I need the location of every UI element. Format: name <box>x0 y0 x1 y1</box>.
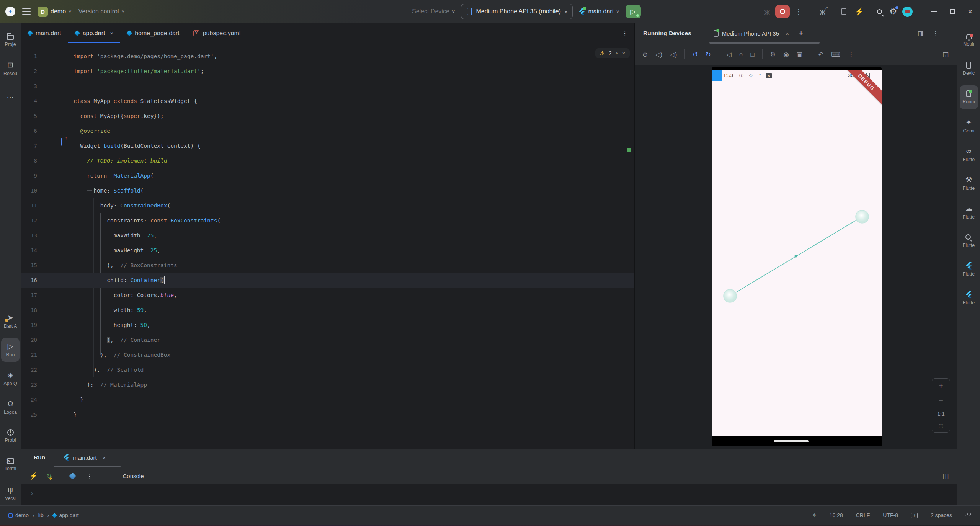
sidebar-item-dart-analysis[interactable]: ➤Dart A <box>1 309 20 333</box>
breadcrumb-folder[interactable]: lib <box>38 512 44 518</box>
file-encoding[interactable]: UTF-8 <box>883 512 898 518</box>
code-line[interactable]: 25} <box>21 407 634 422</box>
tab-list-icon[interactable]: ⋮ <box>615 29 634 38</box>
tab-main-dart[interactable]: main.dart <box>21 23 68 43</box>
prev-warning-icon[interactable]: ˄ <box>616 51 619 56</box>
next-warning-icon[interactable]: ˅ <box>622 51 625 56</box>
home-pill[interactable] <box>774 440 809 442</box>
device-tab[interactable]: Medium Phone API 35 × <box>714 23 789 44</box>
sidebar-item-app-quality[interactable]: ◈App Q <box>1 367 20 390</box>
code-line[interactable]: 5 const MyApp({super.key}); <box>21 109 634 124</box>
code-line[interactable]: 20 ), // Container <box>21 333 634 348</box>
run-button[interactable]: ▷ <box>626 5 641 18</box>
run-configuration[interactable]: main.dart ˅ <box>579 8 619 15</box>
inspections-widget[interactable]: ⚠ 2 ˄ ˅ <box>595 48 630 58</box>
more-icon[interactable]: ⋮ <box>86 472 93 480</box>
code-line[interactable]: 13 maxWidth: 25, <box>21 228 634 243</box>
code-line[interactable]: 18 width: 59, <box>21 303 634 318</box>
sidebar-item-running-devices[interactable]: Runni <box>960 85 978 109</box>
tab-pubspec-yaml[interactable]: Ypubspec.yaml <box>186 23 248 43</box>
hot-restart-icon[interactable]: ↻ <box>46 473 51 479</box>
console-label[interactable]: Console <box>122 473 144 479</box>
more-icon[interactable]: ⋮ <box>932 29 939 38</box>
code-line[interactable]: 4class MyApp extends StatelessWidget { <box>21 94 634 109</box>
sidebar-item-flutter-property-editor[interactable]: Flutte <box>960 286 978 310</box>
run-tab-main-dart[interactable]: main.dart × <box>64 454 106 461</box>
window-minimize-button[interactable] <box>927 0 941 23</box>
sidebar-item-notifications[interactable]: Notifi <box>960 28 978 52</box>
screen-record-icon[interactable]: ▣ <box>797 51 803 58</box>
code-line[interactable]: 6 @override <box>21 124 634 139</box>
code-line[interactable]: 12 constraints: const BoxConstraints( <box>21 213 634 228</box>
stop-button[interactable] <box>775 5 790 18</box>
sidebar-item-device-manager[interactable]: Devic <box>960 57 978 80</box>
sidebar-item-flutter-performance[interactable]: ∞Flutte <box>960 143 978 167</box>
code-line[interactable]: 7 Widget build(BuildContext context) { <box>21 139 634 154</box>
code-line[interactable]: 19 height: 50, <box>21 318 634 333</box>
rotate-right-icon[interactable]: ↻ <box>706 51 711 58</box>
device-settings-icon[interactable]: ⚙ <box>770 51 776 58</box>
hide-icon[interactable]: − <box>947 29 951 38</box>
layout-settings-icon[interactable]: ◫ <box>942 472 949 480</box>
add-device-tab-button[interactable]: + <box>799 29 804 38</box>
sidebar-item-gemini[interactable]: ✦Gemi <box>960 114 978 138</box>
device-mirror-icon[interactable] <box>841 8 846 15</box>
code-line[interactable]: 8 // TODO: implement build <box>21 154 634 168</box>
user-avatar[interactable] <box>902 7 913 17</box>
code-line[interactable]: 17 color: Colors.blue, <box>21 288 634 303</box>
project-widget[interactable]: D demo ˅ <box>38 7 72 17</box>
attach-debugger-icon[interactable]: ж↗ <box>820 8 825 16</box>
volume-down-icon[interactable]: ◁) <box>670 51 677 58</box>
power-icon[interactable]: ⊙ <box>642 51 648 58</box>
volume-up-icon[interactable]: ◁) <box>655 51 662 58</box>
sidebar-item-version-control[interactable]: ψVersi <box>1 482 20 505</box>
cursor-position[interactable]: 16:28 <box>830 512 843 518</box>
zoom-in-button[interactable]: + <box>939 382 943 390</box>
sidebar-item-terminal[interactable]: >_Termi <box>1 453 20 477</box>
tab-home-page-dart[interactable]: home_page.dart <box>120 23 186 43</box>
screenshot-icon[interactable]: ◉ <box>783 51 789 58</box>
close-icon[interactable]: × <box>786 30 789 37</box>
search-everywhere-icon[interactable] <box>877 9 882 14</box>
sidebar-item-flutter-tools[interactable]: ⚒Flutte <box>960 172 978 195</box>
console-output[interactable]: › <box>21 484 957 506</box>
snapshots-icon[interactable]: ↶ <box>818 51 823 58</box>
code-editor[interactable]: 1import 'package:demo/pages/home_page.da… <box>21 44 634 449</box>
code-line[interactable]: 2import 'package:flutter/material.dart'; <box>21 64 634 79</box>
select-device-dropdown[interactable]: Select Device ˅ <box>412 8 455 15</box>
ai-assistant-status-icon[interactable]: ⌖ <box>813 511 817 519</box>
sidebar-item-project[interactable]: Proje <box>1 28 20 52</box>
emulator-screen[interactable]: 1:53 A 3G ⓘ◇ᵜ DEBUG <box>712 70 882 436</box>
emulator-device[interactable]: 1:53 A 3G ⓘ◇ᵜ DEBUG <box>712 67 882 446</box>
layout-icon[interactable]: ◨ <box>918 29 924 38</box>
sidebar-item-resource-manager[interactable]: ⊡Resou <box>1 57 20 80</box>
code-line[interactable]: 16 child: Container( <box>21 273 634 288</box>
sidebar-item-more[interactable]: ⋯ <box>1 85 20 109</box>
sidebar-item-problems[interactable]: !Probl <box>1 424 20 448</box>
readonly-toggle-icon[interactable] <box>965 513 970 518</box>
inspections-widget-icon[interactable]: ! <box>911 513 918 518</box>
close-icon[interactable]: × <box>110 30 113 36</box>
sidebar-item-run[interactable]: ▷Run <box>1 338 20 362</box>
breadcrumb-file[interactable]: app.dart <box>53 512 78 518</box>
overview-icon[interactable]: □ <box>751 51 755 58</box>
hot-reload-icon[interactable]: ⚡ <box>29 473 38 479</box>
sidebar-item-logcat[interactable]: ΩLogca <box>1 395 20 419</box>
code-line[interactable]: 9 return MaterialApp( <box>21 168 634 183</box>
sidebar-item-flutter-outline[interactable]: Flutte <box>960 258 978 281</box>
code-line[interactable]: 23 ); // MaterialApp <box>21 377 634 392</box>
zoom-reset-button[interactable]: 1:1 <box>938 412 945 417</box>
tab-app-dart[interactable]: app.dart× <box>68 23 120 43</box>
code-line[interactable]: 3 <box>21 79 634 94</box>
indent-style[interactable]: 2 spaces <box>931 512 952 518</box>
line-separator[interactable]: CRLF <box>856 512 870 518</box>
code-line[interactable]: 10 home: Scaffold( <box>21 183 634 198</box>
code-line[interactable]: 24 } <box>21 392 634 407</box>
zoom-fit-button[interactable]: ⛶ <box>939 423 943 429</box>
hot-reload-icon[interactable]: ⚡ <box>855 8 864 15</box>
code-line[interactable]: 21 ), // ConstrainedBox <box>21 348 634 363</box>
window-restore-button[interactable] <box>946 0 959 23</box>
keyboard-icon[interactable]: ⌨ <box>831 51 840 58</box>
device-selector[interactable]: Medium Phone API 35 (mobile) ▾ <box>461 4 573 19</box>
sidebar-item-flutter-coverage[interactable]: ☁Flutte <box>960 200 978 224</box>
